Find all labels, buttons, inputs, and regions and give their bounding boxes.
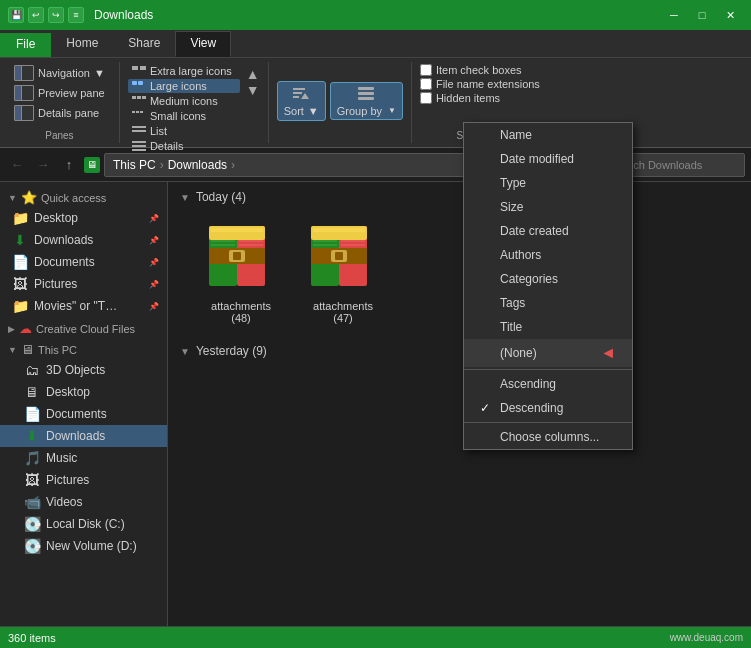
navigation-pane-button[interactable]: Navigation ▼ (8, 64, 111, 82)
quick-access-header[interactable]: ▼ ⭐ Quick access (0, 186, 167, 207)
item-check-boxes-checkbox[interactable] (420, 64, 432, 76)
sidebar-item-music[interactable]: 🎵 Music (0, 447, 167, 469)
desktop-pc-label: Desktop (46, 385, 90, 399)
pictures-pc-label: Pictures (46, 473, 89, 487)
dropdown-item-name[interactable]: Name (464, 123, 632, 147)
undo-icon[interactable]: ↩ (28, 7, 44, 23)
sidebar-item-pictures-quick[interactable]: 🖼 Pictures 📌 (0, 273, 167, 295)
dropdown-item-ascending[interactable]: Ascending (464, 372, 632, 396)
path-end: › (231, 158, 235, 172)
dropdown-item-size[interactable]: Size (464, 195, 632, 219)
path-downloads[interactable]: Downloads (168, 158, 227, 172)
medium-icons-button[interactable]: Medium icons (128, 94, 240, 108)
large-icons-button[interactable]: Large icons (128, 79, 240, 93)
window-title: Downloads (94, 8, 153, 22)
dropdown-item-title[interactable]: Title (464, 315, 632, 339)
dropdown-item-date-modified[interactable]: Date modified (464, 147, 632, 171)
svg-rect-20 (358, 92, 374, 95)
downloads-pin: 📌 (149, 236, 159, 245)
file-item-attachments-47[interactable]: attachments (47) (298, 212, 388, 328)
tab-home[interactable]: Home (51, 31, 113, 57)
redo-icon[interactable]: ↪ (48, 7, 64, 23)
file-name-extensions-checkbox[interactable] (420, 78, 432, 90)
preview-pane-button[interactable]: Preview pane (8, 84, 111, 102)
today-section-header[interactable]: ▼ Today (4) (180, 190, 739, 204)
maximize-button[interactable]: □ (689, 4, 715, 26)
forward-button[interactable]: → (32, 154, 54, 176)
dropdown-item-choose-columns[interactable]: Choose columns... (464, 425, 632, 449)
svg-rect-38 (335, 252, 343, 260)
sort-arrow: ▼ (308, 105, 319, 117)
small-icons-button[interactable]: Small icons (128, 109, 240, 123)
sidebar-item-desktop-quick[interactable]: 📁 Desktop 📌 (0, 207, 167, 229)
tab-file[interactable]: File (0, 33, 51, 57)
dropdown-item-descending[interactable]: ✓ Descending (464, 396, 632, 420)
downloads-icon-quick: ⬇ (12, 232, 28, 248)
details-layout-button[interactable]: Details (128, 139, 240, 153)
svg-rect-7 (132, 111, 135, 113)
svg-rect-1 (140, 66, 146, 70)
sidebar-item-downloads-pc[interactable]: ⬇ Downloads (0, 425, 167, 447)
sidebar-item-local-disk-c[interactable]: 💽 Local Disk (C:) (0, 513, 167, 535)
dropdown-item-tags[interactable]: Tags (464, 291, 632, 315)
layout-scroll-up[interactable]: ▲ (246, 66, 260, 82)
sidebar-item-documents-pc[interactable]: 📄 Documents (0, 403, 167, 425)
dropdown-item-authors[interactable]: Authors (464, 243, 632, 267)
hidden-items-checkbox[interactable] (420, 92, 432, 104)
file-name-48: attachments (48) (200, 300, 282, 324)
file-name-extensions-label[interactable]: File name extensions (420, 78, 540, 90)
item-check-boxes-label[interactable]: Item check boxes (420, 64, 540, 76)
creative-cloud-label: Creative Cloud Files (36, 323, 135, 335)
svg-rect-13 (132, 145, 146, 147)
this-pc-header[interactable]: ▼ 🖥 This PC (0, 338, 167, 359)
sidebar-item-videos[interactable]: 📹 Videos (0, 491, 167, 513)
svg-rect-39 (313, 244, 337, 246)
this-pc-icon-sidebar: 🖥 (21, 342, 34, 357)
music-icon: 🎵 (24, 450, 40, 466)
svg-rect-8 (136, 111, 139, 113)
list-button[interactable]: List (128, 124, 240, 138)
documents-quick-label: Documents (34, 255, 95, 269)
svg-rect-4 (132, 96, 136, 99)
layout-scroll-down[interactable]: ▼ (246, 82, 260, 98)
minimize-button[interactable]: ─ (661, 4, 687, 26)
pictures-icon-quick: 🖼 (12, 276, 28, 292)
file-item-attachments-48[interactable]: attachments (48) (196, 212, 286, 328)
sort-by-button[interactable]: Sort ▼ (277, 81, 326, 121)
dropdown-item-none[interactable]: (None) ◄ (464, 339, 632, 367)
quick-access-arrow: ▼ (8, 193, 17, 203)
svg-rect-29 (211, 240, 235, 242)
tab-view[interactable]: View (175, 31, 231, 57)
item-check-boxes-text: Item check boxes (436, 64, 522, 76)
sidebar-item-documents-quick[interactable]: 📄 Documents 📌 (0, 251, 167, 273)
sidebar-item-pictures-pc[interactable]: 🖼 Pictures (0, 469, 167, 491)
dropdown-item-date-created[interactable]: Date created (464, 219, 632, 243)
hidden-items-label[interactable]: Hidden items (420, 92, 540, 104)
extra-large-icons-button[interactable]: Extra large icons (128, 64, 240, 78)
back-button[interactable]: ← (6, 154, 28, 176)
local-disk-c-label: Local Disk (C:) (46, 517, 125, 531)
layout-icons: Extra large icons Large icons Medium ico… (128, 64, 240, 153)
properties-icon[interactable]: ≡ (68, 7, 84, 23)
dropdown-item-type[interactable]: Type (464, 171, 632, 195)
up-button[interactable]: ↑ (58, 154, 80, 176)
ribbon-tabs: File Home Share View (0, 30, 751, 58)
sidebar-item-downloads-quick[interactable]: ⬇ Downloads 📌 (0, 229, 167, 251)
details-pane-button[interactable]: Details pane (8, 104, 111, 122)
sidebar-item-new-volume-d[interactable]: 💽 New Volume (D:) (0, 535, 167, 557)
path-this-pc[interactable]: This PC (113, 158, 156, 172)
tab-share[interactable]: Share (113, 31, 175, 57)
group-by-button[interactable]: Group by ▼ (330, 82, 403, 120)
creative-cloud-header[interactable]: ▶ ☁ Creative Cloud Files (0, 317, 167, 338)
sidebar-item-3d-objects[interactable]: 🗂 3D Objects (0, 359, 167, 381)
main-layout: ▼ ⭐ Quick access 📁 Desktop 📌 ⬇ Downloads… (0, 182, 751, 626)
sidebar-item-movies-quick[interactable]: 📁 Movies" or "TV st… 📌 (0, 295, 167, 317)
svg-rect-43 (313, 228, 365, 232)
quick-access-star: ⭐ (21, 190, 37, 205)
yesterday-section-header[interactable]: ▼ Yesterday (9) (180, 344, 739, 358)
close-button[interactable]: ✕ (717, 4, 743, 26)
dropdown-item-categories[interactable]: Categories (464, 267, 632, 291)
date-created-label: Date created (500, 224, 569, 238)
movies-icon: 📁 (12, 298, 28, 314)
sidebar-item-desktop-pc[interactable]: 🖥 Desktop (0, 381, 167, 403)
